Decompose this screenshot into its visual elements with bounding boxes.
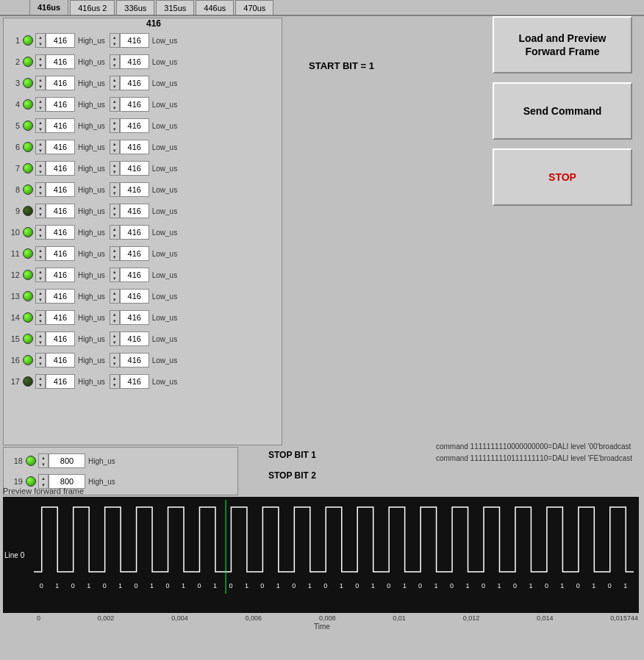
high-spinner-5[interactable]: ▲ ▼ [35,118,46,133]
tab-336us[interactable]: 336us [116,0,154,15]
high-spinner-13[interactable]: ▲ ▼ [35,289,46,304]
low-input-10[interactable] [120,225,149,240]
low-input-2[interactable] [120,54,149,69]
row-num-16: 16 [4,356,20,365]
low-spinner-16[interactable]: ▲ ▼ [110,353,120,367]
low-spinner-11[interactable]: ▲ ▼ [110,246,120,261]
tick-6: 0,012 [463,614,480,622]
low-input-17[interactable] [120,374,149,389]
led-8 [23,184,33,195]
load-preview-button[interactable]: Load and PreviewForward Frame [493,16,632,73]
led-9 [23,206,33,216]
low-input-15[interactable] [120,331,149,346]
row-num-4: 4 [4,100,20,109]
high-spinner-2[interactable]: ▲ ▼ [35,54,46,69]
low-spinner-12[interactable]: ▲ ▼ [110,268,120,282]
high-input-10[interactable] [46,225,75,240]
led-16 [23,355,33,365]
high-spinner-6[interactable]: ▲ ▼ [35,140,46,154]
low-input-12[interactable] [120,268,149,282]
low-input-8[interactable] [120,182,149,197]
led-15 [23,334,33,344]
low-input-3[interactable] [120,76,149,90]
stop-input-18[interactable] [49,453,85,468]
tab-446us[interactable]: 446us [196,0,234,15]
low-input-16[interactable] [120,353,149,367]
command-2: command 1111111110111111110=DALI level '… [436,453,632,464]
high-spinner-16[interactable]: ▲ ▼ [35,353,46,367]
high-input-9[interactable] [46,204,75,218]
high-input-16[interactable] [46,353,75,367]
tick-2: 0,004 [171,614,188,622]
low-spinner-17[interactable]: ▲ ▼ [110,374,120,389]
high-spinner-14[interactable]: ▲ ▼ [35,310,46,325]
low-spinner-9[interactable]: ▲ ▼ [110,204,120,218]
stop-button[interactable]: STOP [493,148,632,206]
low-input-7[interactable] [120,161,149,176]
tab-315us[interactable]: 315us [156,0,194,15]
high-spinner-7[interactable]: ▲ ▼ [35,161,46,176]
stop-row-num-18: 18 [7,456,23,465]
low-spinner-4[interactable]: ▲ ▼ [110,97,120,112]
low-spinner-6[interactable]: ▲ ▼ [110,140,120,154]
high-spinner-10[interactable]: ▲ ▼ [35,225,46,240]
high-input-13[interactable] [46,289,75,304]
high-spinner-15[interactable]: ▲ ▼ [35,331,46,346]
high-input-2[interactable] [46,54,75,69]
high-spinner-8[interactable]: ▲ ▼ [35,182,46,197]
low-input-9[interactable] [120,204,149,218]
row-num-3: 3 [4,79,20,87]
low-spinner-5[interactable]: ▲ ▼ [110,118,120,133]
stop-label-19: High_us [88,478,115,486]
low-input-1[interactable] [120,33,149,48]
high-input-7[interactable] [46,161,75,176]
low-input-5[interactable] [120,118,149,133]
high-input-5[interactable] [46,118,75,133]
low-spinner-10[interactable]: ▲ ▼ [110,225,120,240]
stop-bit-row-18: 18 ▲ ▼ High_us [7,451,235,471]
low-input-14[interactable] [120,310,149,325]
stop-spinner-18[interactable]: ▲ ▼ [38,453,49,468]
high-input-1[interactable] [46,33,75,48]
high-spinner-1[interactable]: ▲ ▼ [35,33,46,48]
row-num-7: 7 [4,164,20,173]
bit-row-15: 15 ▲ ▼ High_us ▲ ▼ Low_us [4,329,282,349]
stop-row-num-19: 19 [7,477,23,486]
tab-416us[interactable]: 416us [29,0,68,15]
tab-416us2[interactable]: 416us 2 [70,0,115,15]
low-spinner-1[interactable]: ▲ ▼ [110,33,120,48]
tick-5: 0,01 [393,614,406,622]
low-spinner-3[interactable]: ▲ ▼ [110,76,120,90]
led-6 [23,142,33,152]
high-input-17[interactable] [46,374,75,389]
send-command-button[interactable]: Send Command [493,82,632,140]
low-spinner-13[interactable]: ▲ ▼ [110,289,120,304]
low-input-4[interactable] [120,97,149,112]
low-spinner-14[interactable]: ▲ ▼ [110,310,120,325]
tick-1: 0,002 [98,614,115,622]
high-input-8[interactable] [46,182,75,197]
high-spinner-3[interactable]: ▲ ▼ [35,76,46,90]
low-spinner-15[interactable]: ▲ ▼ [110,331,120,346]
high-input-11[interactable] [46,246,75,261]
low-spinner-7[interactable]: ▲ ▼ [110,161,120,176]
low-label-10: Low_us [152,229,177,237]
high-spinner-9[interactable]: ▲ ▼ [35,204,46,218]
high-input-15[interactable] [46,331,75,346]
low-input-6[interactable] [120,140,149,154]
bit-row-12: 12 ▲ ▼ High_us ▲ ▼ Low_us [4,265,282,285]
high-spinner-4[interactable]: ▲ ▼ [35,97,46,112]
high-spinner-11[interactable]: ▲ ▼ [35,246,46,261]
high-input-6[interactable] [46,140,75,154]
low-spinner-2[interactable]: ▲ ▼ [110,54,120,69]
low-spinner-8[interactable]: ▲ ▼ [110,182,120,197]
high-input-14[interactable] [46,310,75,325]
low-input-13[interactable] [120,289,149,304]
high-input-4[interactable] [46,97,75,112]
low-input-11[interactable] [120,246,149,261]
high-spinner-17[interactable]: ▲ ▼ [35,374,46,389]
high-input-3[interactable] [46,76,75,90]
high-spinner-12[interactable]: ▲ ▼ [35,268,46,282]
tab-470us[interactable]: 470us [235,0,273,15]
high-input-12[interactable] [46,268,75,282]
